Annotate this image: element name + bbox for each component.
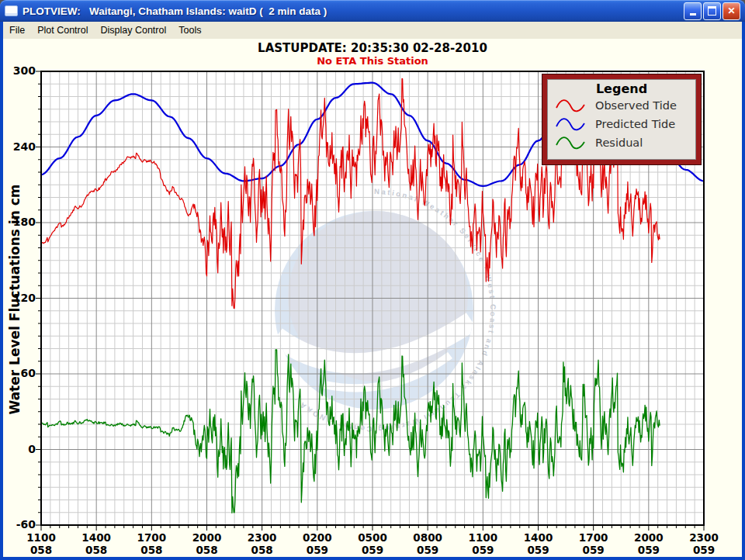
x-tick-time: 1100	[459, 531, 506, 544]
residual-squiggle-icon	[555, 133, 586, 152]
x-tick-day: 058	[184, 544, 230, 556]
predicted-tide-squiggle-icon	[555, 115, 586, 133]
maximize-icon	[708, 6, 716, 16]
y-tick-label: -60	[9, 518, 36, 531]
y-tick-label: 300	[9, 64, 36, 77]
legend-label-residual: Residual	[595, 137, 643, 149]
x-tick-day: 059	[625, 544, 672, 556]
title-bar[interactable]: PLOTVIEW: Waitangi, Chatham Islands: wai…	[0, 0, 745, 22]
x-tick-time: 1700	[128, 531, 175, 544]
menu-tools[interactable]: Tools	[172, 23, 207, 37]
legend-row-observed: Observed Tide	[555, 96, 696, 115]
menu-display-control[interactable]: Display Control	[94, 23, 172, 37]
x-tick-time: 2000	[625, 531, 672, 544]
x-tick-day: 058	[239, 544, 286, 556]
legend-row-predicted: Predicted Tide	[555, 115, 696, 133]
legend-label-predicted: Predicted Tide	[595, 118, 675, 130]
x-tick-time: 1700	[570, 531, 617, 544]
x-tick-time: 2000	[184, 531, 230, 544]
x-tick-time: 1400	[73, 531, 120, 544]
x-tick-day: 058	[18, 544, 64, 556]
x-tick-day: 059	[404, 544, 451, 556]
x-tick-day: 059	[349, 544, 396, 556]
x-tick-time: 0200	[294, 531, 341, 544]
y-tick-label: 240	[9, 140, 36, 153]
y-tick-label: 0	[9, 443, 36, 455]
window-controls: ✕	[684, 2, 740, 20]
legend-label-observed: Observed Tide	[595, 99, 677, 112]
x-tick-time: 1400	[515, 531, 562, 544]
x-tick-day: 059	[294, 544, 341, 556]
observed-tide-squiggle-icon	[555, 96, 586, 115]
x-tick-day: 059	[515, 544, 562, 556]
x-tick-day: 059	[459, 544, 506, 556]
menu-file[interactable]: File	[3, 23, 31, 37]
y-tick-label: 60	[9, 367, 36, 379]
minimize-button[interactable]	[684, 2, 702, 20]
close-icon: ✕	[727, 6, 735, 16]
minimize-icon	[690, 13, 696, 16]
y-tick-label: 180	[9, 216, 36, 228]
x-tick-day: 059	[681, 544, 727, 556]
maximize-button[interactable]	[703, 2, 721, 20]
x-tick-time: 0500	[349, 531, 396, 544]
legend-row-residual: Residual	[555, 133, 696, 152]
x-tick-day: 058	[73, 544, 120, 556]
plot-client-area: LASTUPDATE: 20:35:30 02-28-2010 No ETA T…	[3, 39, 742, 557]
x-tick-time: 0800	[404, 531, 451, 544]
x-tick-time: 2300	[239, 531, 286, 544]
x-tick-day: 059	[570, 544, 617, 556]
y-tick-label: 120	[9, 292, 36, 304]
menu-plot-control[interactable]: Plot Control	[31, 23, 94, 37]
legend-title: Legend	[547, 81, 696, 96]
app-window: PLOTVIEW: Waitangi, Chatham Islands: wai…	[0, 0, 745, 560]
chart-legend: Legend Observed Tide Predicted Tide Resi…	[542, 74, 701, 164]
x-tick-time: 1100	[18, 531, 64, 544]
close-button[interactable]: ✕	[722, 2, 740, 20]
menu-bar: File Plot Control Display Control Tools	[3, 22, 742, 39]
x-tick-day: 058	[128, 544, 175, 556]
window-title: PLOTVIEW: Waitangi, Chatham Islands: wai…	[23, 5, 684, 17]
window-icon[interactable]	[5, 5, 18, 16]
x-tick-time: 2300	[681, 531, 727, 544]
